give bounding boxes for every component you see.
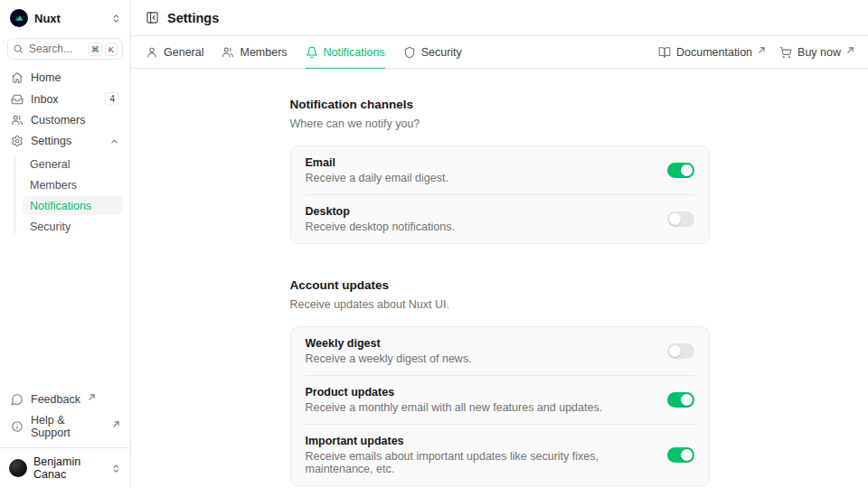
workspace-selector[interactable]: Nuxt <box>0 0 130 33</box>
email-toggle[interactable] <box>667 163 694 178</box>
setting-description: Receive a monthly email with all new fea… <box>306 401 653 414</box>
sidebar-item-label: Customers <box>31 114 85 127</box>
inbox-count-badge: 4 <box>105 92 119 106</box>
shield-icon <box>403 46 416 59</box>
cart-icon <box>779 46 792 59</box>
external-link-icon <box>89 394 95 400</box>
section-notification-channels: Notification channels Where can we notif… <box>290 98 710 244</box>
tree-line <box>14 156 15 234</box>
sidebar-item-notifications[interactable]: Notifications <box>23 196 123 215</box>
weekly-digest-toggle[interactable] <box>667 343 694 359</box>
setting-row-weekly-digest: Weekly digest Receive a weekly digest of… <box>291 327 709 375</box>
setting-text: Email Receive a daily email digest. <box>306 156 667 184</box>
app-window: Nuxt Search... ⌘ K <box>0 0 868 488</box>
setting-row-important-updates: Important updates Receive emails about i… <box>291 425 709 485</box>
nuxt-logo-icon <box>10 9 28 27</box>
tab-general[interactable]: General <box>146 36 203 68</box>
tab-notifications[interactable]: Notifications <box>306 36 385 68</box>
settings-card: Weekly digest Receive a weekly digest of… <box>290 326 710 486</box>
sidebar-item-home[interactable]: Home <box>7 69 123 87</box>
search-input[interactable]: Search... ⌘ K <box>7 38 123 60</box>
user-avatar <box>9 459 27 477</box>
setting-title: Email <box>306 156 653 169</box>
setting-text: Product updates Receive a monthly email … <box>306 386 667 414</box>
inbox-icon <box>11 93 24 106</box>
tabbar: General Members <box>131 36 868 69</box>
setting-row-product-updates: Product updates Receive a monthly email … <box>291 376 709 424</box>
sidebar-item-members[interactable]: Members <box>23 175 123 194</box>
setting-text: Weekly digest Receive a weekly digest of… <box>306 337 667 365</box>
setting-title: Desktop <box>306 205 653 218</box>
setting-description: Receive desktop notifications. <box>306 221 653 233</box>
sidebar: Nuxt Search... ⌘ K <box>0 0 131 488</box>
setting-row-email: Email Receive a daily email digest. <box>291 146 709 194</box>
sidebar-item-security[interactable]: Security <box>23 217 123 236</box>
desktop-toggle[interactable] <box>667 211 694 227</box>
sidebar-item-feedback[interactable]: Feedback <box>7 390 123 408</box>
user-name: Benjamin Canac <box>33 455 105 481</box>
gear-icon <box>11 135 24 147</box>
sidebar-item-settings[interactable]: Settings <box>7 132 123 150</box>
kbd-cmd: ⌘ <box>89 42 103 56</box>
user-menu[interactable]: Benjamin Canac <box>0 448 130 488</box>
sidebar-item-inbox[interactable]: Inbox 4 <box>7 89 123 108</box>
documentation-button[interactable]: Documentation <box>658 46 765 59</box>
sidebar-item-customers[interactable]: Customers <box>7 111 123 129</box>
sidebar-item-label: Feedback <box>31 393 80 406</box>
settings-content: Notification channels Where can we notif… <box>131 69 868 488</box>
sidebar-item-general[interactable]: General <box>23 155 123 174</box>
tabs: General Members <box>146 36 462 68</box>
external-link-icon <box>847 47 854 53</box>
sidebar-item-label: Help & Support <box>31 414 105 439</box>
section-description: Receive updates about Nuxt UI. <box>290 298 710 311</box>
section-title: Notification channels <box>290 98 710 111</box>
page-title: Settings <box>167 11 219 25</box>
sidebar-spacer <box>0 236 130 390</box>
external-link-icon <box>759 47 765 53</box>
chevron-up-down-icon <box>111 464 121 474</box>
info-circle-icon <box>11 420 24 433</box>
search-icon <box>13 43 24 54</box>
product-updates-toggle[interactable] <box>667 392 694 408</box>
setting-row-desktop: Desktop Receive desktop notifications. <box>291 195 709 243</box>
users-icon <box>222 46 234 59</box>
chevron-up-icon <box>109 136 119 146</box>
settings-sub-nav: General Members Notifications Security <box>7 155 123 236</box>
section-description: Where can we notify you? <box>290 117 710 130</box>
workspace-name: Nuxt <box>34 12 61 25</box>
search-kbd-shortcuts: ⌘ K <box>89 42 118 56</box>
buy-now-button[interactable]: Buy now <box>779 46 854 59</box>
bell-icon <box>306 46 318 59</box>
sidebar-item-label: Settings <box>31 135 71 147</box>
tab-label: Notifications <box>324 46 385 59</box>
setting-title: Important updates <box>306 435 653 447</box>
important-updates-toggle[interactable] <box>667 447 694 463</box>
tab-label: General <box>164 46 203 59</box>
main-panel: Settings General <box>131 0 868 488</box>
tab-label: Security <box>421 46 462 59</box>
book-open-icon <box>658 46 671 59</box>
users-icon <box>11 114 24 127</box>
sidebar-item-label: Inbox <box>31 93 59 106</box>
panel-left-icon[interactable] <box>146 11 159 24</box>
tab-security[interactable]: Security <box>403 36 462 68</box>
sub-item-label: Security <box>30 221 71 233</box>
sidebar-nav: Home Inbox 4 C <box>0 69 130 236</box>
content-column: Notification channels Where can we notif… <box>290 98 710 486</box>
action-label: Buy now <box>797 46 841 59</box>
titlebar: Settings <box>131 0 868 36</box>
tab-members[interactable]: Members <box>222 36 287 68</box>
sidebar-footer: Feedback Help & Support <box>0 390 130 447</box>
setting-title: Weekly digest <box>306 337 653 350</box>
tab-label: Members <box>240 46 287 59</box>
action-label: Documentation <box>676 46 752 59</box>
header-actions: Documentation Buy now <box>658 36 854 68</box>
sub-item-label: Members <box>30 179 77 192</box>
chevron-up-down-icon <box>111 14 121 23</box>
setting-title: Product updates <box>306 386 653 399</box>
setting-text: Desktop Receive desktop notifications. <box>306 205 667 233</box>
home-icon <box>11 71 24 84</box>
sidebar-item-help-support[interactable]: Help & Support <box>7 411 123 442</box>
user-icon <box>146 46 158 59</box>
setting-text: Important updates Receive emails about i… <box>306 435 667 475</box>
